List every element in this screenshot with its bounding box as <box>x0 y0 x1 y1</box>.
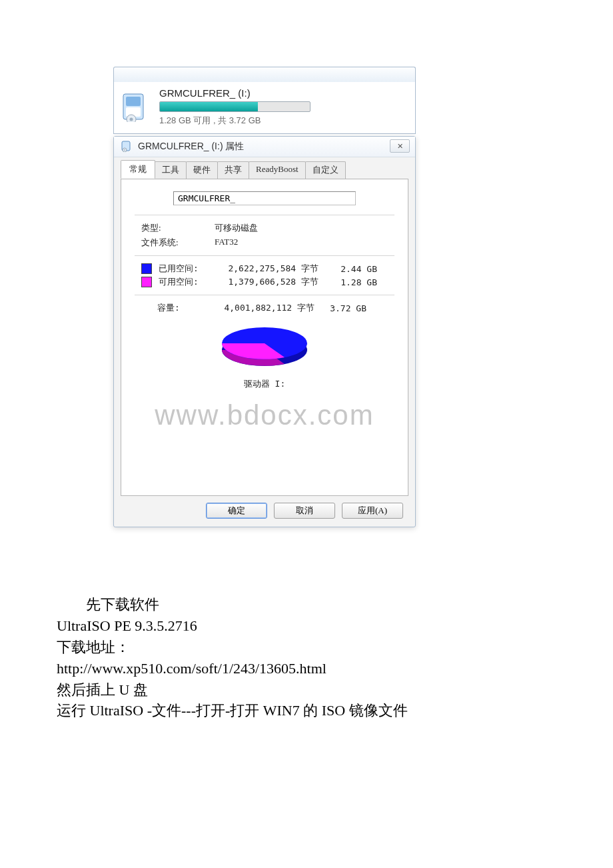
doc-line-2: UltraISO PE 9.3.5.2716 <box>57 617 197 634</box>
watermark: www.bdocx.com <box>121 399 408 431</box>
tab-strip: 常规 工具 硬件 共享 ReadyBoost 自定义 <box>114 157 415 179</box>
doc-line-5: 然后插上 U 盘 <box>57 681 148 698</box>
capacity-label: 容量: <box>157 302 208 314</box>
divider <box>135 215 394 215</box>
type-label: 类型: <box>141 222 197 234</box>
pie-caption: 驱动器 I: <box>135 378 394 390</box>
filesystem-label: 文件系统: <box>141 237 197 249</box>
filesystem-value: FAT32 <box>215 237 238 249</box>
used-gb: 2.44 GB <box>330 264 377 274</box>
doc-line-1: 先下载软件 <box>57 594 556 615</box>
free-swatch <box>141 277 152 287</box>
tab-custom[interactable]: 自定义 <box>305 161 346 179</box>
tab-panel-general: 类型: 可移动磁盘 文件系统: FAT32 已用空间: 2,622,275,58… <box>121 179 408 496</box>
doc-line-4: http://www.xp510.com/soft/1/243/13605.ht… <box>57 660 326 677</box>
close-button[interactable]: ✕ <box>390 139 410 153</box>
used-bytes: 2,622,275,584 字节 <box>212 263 324 275</box>
doc-line-6: 运行 UltraISO -文件---打开-打开 WIN7 的 ISO 镜像文件 <box>57 702 408 719</box>
volume-name-input[interactable] <box>173 191 356 205</box>
drive-usage-text: 1.28 GB 可用 , 共 3.72 GB <box>159 115 408 127</box>
tab-hardware[interactable]: 硬件 <box>186 161 218 179</box>
svg-rect-1 <box>126 97 141 106</box>
tab-tools[interactable]: 工具 <box>155 161 187 179</box>
free-label: 可用空间: <box>159 276 205 288</box>
properties-screenshot: GRMCULFRER_ (I:) 1.28 GB 可用 , 共 3.72 GB … <box>113 67 416 527</box>
free-gb: 1.28 GB <box>330 277 377 287</box>
ok-button[interactable]: 确定 <box>206 503 267 519</box>
dialog-title: GRMCULFRER_ (I:) 属性 <box>138 141 244 153</box>
drive-summary-panel: GRMCULFRER_ (I:) 1.28 GB 可用 , 共 3.72 GB <box>113 82 416 134</box>
svg-point-4 <box>130 117 133 121</box>
explorer-titlebar <box>113 67 416 82</box>
apply-button[interactable]: 应用(A) <box>342 503 403 519</box>
used-swatch <box>141 263 152 274</box>
properties-dialog: GRMCULFRER_ (I:) 属性 ✕ 常规 工具 硬件 共享 ReadyB… <box>113 136 416 527</box>
dialog-titlebar[interactable]: GRMCULFRER_ (I:) 属性 ✕ <box>114 137 415 157</box>
type-value: 可移动磁盘 <box>215 222 258 234</box>
tab-sharing[interactable]: 共享 <box>217 161 249 179</box>
disk-usage-pie <box>135 321 394 375</box>
free-bytes: 1,379,606,528 字节 <box>212 276 324 288</box>
svg-point-7 <box>124 149 125 151</box>
tab-general[interactable]: 常规 <box>121 160 155 179</box>
divider <box>135 295 394 295</box>
cancel-button[interactable]: 取消 <box>274 503 335 519</box>
dialog-button-row: 确定 取消 应用(A) <box>114 503 415 527</box>
capacity-gb: 3.72 GB <box>320 303 366 313</box>
document-body: 先下载软件 UltraISO PE 9.3.5.2716 下载地址： http:… <box>57 594 556 721</box>
drive-usage-bar <box>159 101 310 112</box>
drive-name: GRMCULFRER_ (I:) <box>159 87 408 99</box>
used-label: 已用空间: <box>159 263 205 275</box>
capacity-bytes: 4,001,882,112 字节 <box>208 302 320 314</box>
drive-icon <box>121 93 150 122</box>
divider <box>135 255 394 256</box>
tab-readyboost[interactable]: ReadyBoost <box>249 161 306 179</box>
drive-small-icon <box>121 140 133 154</box>
doc-line-3: 下载地址： <box>57 639 130 655</box>
